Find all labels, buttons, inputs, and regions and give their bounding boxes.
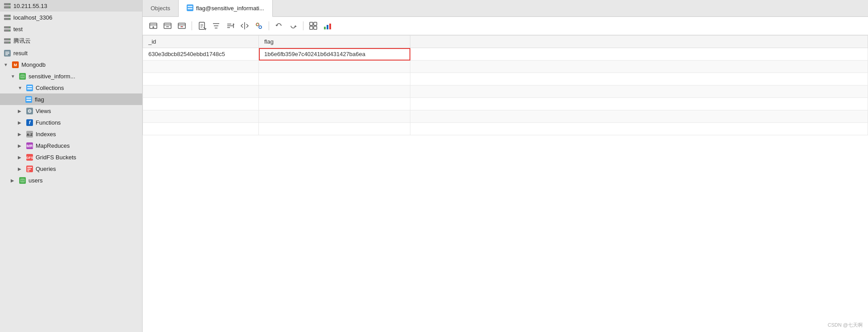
cell-empty-fill <box>143 98 259 110</box>
chevron-icon: ▶ <box>11 178 16 183</box>
svg-rect-31 <box>26 97 31 99</box>
toolbar-separator-separator-2 <box>269 21 269 30</box>
svg-point-14 <box>9 39 10 40</box>
cell-empty-fill <box>410 61 868 73</box>
svg-point-10 <box>9 27 10 28</box>
toolbar-btn-grid-btn[interactable] <box>307 20 319 32</box>
svg-point-82 <box>259 26 262 28</box>
toolbar-btn-chart-btn[interactable] <box>321 20 334 32</box>
svg-rect-84 <box>310 22 313 25</box>
toolbar-btn-add-record[interactable] <box>147 20 160 32</box>
sidebar-item-server-2[interactable]: localhost_3306 <box>0 12 142 23</box>
svg-rect-63 <box>178 23 185 28</box>
cell-empty-fill <box>410 85 868 98</box>
sidebar-item-label: users <box>29 177 43 184</box>
svg-rect-28 <box>27 86 32 87</box>
toolbar-btn-connect-btn[interactable] <box>253 20 265 32</box>
toolbar-btn-sort-btn[interactable] <box>224 20 237 32</box>
svg-point-49 <box>20 178 25 180</box>
svg-rect-86 <box>310 26 313 29</box>
svg-rect-53 <box>187 4 193 11</box>
sidebar-item-users[interactable]: ▶ users <box>0 174 142 186</box>
svg-text:A-Z: A-Z <box>26 133 32 137</box>
sidebar-item-label: localhost_3306 <box>13 14 52 21</box>
chevron-icon: ▶ <box>18 166 23 171</box>
server-icon <box>4 14 11 21</box>
cell-empty-fill <box>259 73 410 85</box>
toolbar-btn-refresh-btn[interactable] <box>273 20 285 32</box>
svg-rect-88 <box>324 27 326 29</box>
svg-text:M: M <box>13 63 17 67</box>
server-icon <box>4 37 11 45</box>
sidebar-item-mapreduces[interactable]: ▶ MR MapReduces <box>0 140 142 151</box>
cell-empty-fill <box>410 98 868 110</box>
cell-empty-fill <box>143 85 259 98</box>
svg-point-7 <box>9 19 10 20</box>
sidebar-item-label: result <box>13 50 28 57</box>
sidebar-item-sensitive[interactable]: ▼ sensitive_inform... <box>0 70 142 82</box>
sidebar-item-server-4[interactable]: 腾讯云 <box>0 35 142 47</box>
sidebar-item-server-5[interactable]: result <box>0 47 142 59</box>
mongodb-icon: M <box>12 61 19 68</box>
tab-objects[interactable]: Objects <box>143 0 179 16</box>
sidebar-item-gridfs[interactable]: ▶ GFS GridFS Buckets <box>0 151 142 163</box>
queries-icon <box>26 165 33 172</box>
svg-rect-30 <box>25 96 32 103</box>
toolbar: ▼ <box>143 17 868 35</box>
mapreduces-icon: MR <box>26 142 33 149</box>
sidebar-item-views[interactable]: ▶ Views <box>0 105 142 117</box>
views-icon <box>26 107 33 114</box>
db-icon <box>19 177 26 184</box>
sidebar-item-functions[interactable]: ▶ f Functions <box>0 117 142 128</box>
sidebar-item-label: Collections <box>36 85 64 91</box>
collection-icon <box>25 96 32 103</box>
toolbar-btn-filter-btn[interactable] <box>210 20 222 32</box>
tab-flag[interactable]: flag@sensitive_informati... <box>179 0 273 17</box>
svg-point-23 <box>20 74 25 76</box>
cell-empty-fill <box>143 110 259 123</box>
sidebar-item-label: Queries <box>36 166 56 172</box>
chevron-icon: ▶ <box>18 109 23 113</box>
sidebar-item-label: Indexes <box>36 131 56 138</box>
cell-empty-fill <box>410 73 868 85</box>
cell-empty-fill <box>143 61 259 73</box>
chevron-icon: ▶ <box>18 132 23 137</box>
sidebar-item-flag[interactable]: flag <box>0 93 142 105</box>
toolbar-btn-edit-record[interactable] <box>161 20 174 32</box>
sidebar-item-server-1[interactable]: 10.211.55.13 <box>0 0 142 12</box>
cell-empty-fill <box>143 73 259 85</box>
svg-rect-27 <box>26 85 33 91</box>
col-header-flag: flag <box>259 36 410 48</box>
toolbar-separator-separator-3 <box>303 21 303 30</box>
cell-empty <box>410 48 868 61</box>
svg-point-2 <box>9 4 10 5</box>
svg-text:MR: MR <box>26 144 33 148</box>
cell-flag[interactable]: 1b6e6fb359e7c40241b6d431427ba6ea <box>259 48 410 61</box>
sidebar-item-queries[interactable]: ▶ Queries <box>0 163 142 174</box>
toolbar-separator-separator-1 <box>192 21 192 30</box>
table-header-row: _idflag <box>143 36 868 48</box>
sidebar-item-indexes[interactable]: ▶ A-Z Indexes <box>0 128 142 140</box>
table-row: 630e3dbcb82540ebbd1748c51b6e6fb359e7c402… <box>143 48 868 61</box>
svg-rect-32 <box>26 100 31 101</box>
sidebar-item-server-3[interactable]: test <box>0 23 142 35</box>
toolbar-btn-refresh2-btn[interactable] <box>287 20 299 32</box>
sidebar-item-label: Functions <box>36 119 61 126</box>
svg-point-52 <box>20 181 25 182</box>
toolbar-btn-delete-record[interactable] <box>176 20 188 32</box>
svg-line-83 <box>259 26 259 26</box>
toolbar-btn-doc-btn[interactable]: ▼ <box>196 20 208 32</box>
cell-empty-fill <box>410 123 868 135</box>
toolbar-btn-split-btn[interactable] <box>238 20 251 32</box>
sidebar-item-mongodb[interactable]: ▼ M Mongodb <box>0 59 142 70</box>
indexes-icon: A-Z <box>26 130 33 138</box>
sidebar-item-label: Mongodb <box>21 61 45 68</box>
svg-rect-54 <box>188 6 192 7</box>
cell-id[interactable]: 630e3dbcb82540ebbd1748c5 <box>143 48 259 61</box>
svg-point-26 <box>20 77 25 78</box>
watermark: CSDN @七天啊 <box>828 322 863 328</box>
tab-label: flag@sensitive_informati... <box>196 5 264 12</box>
sidebar-item-label: 10.211.55.13 <box>13 3 47 9</box>
table-row-empty <box>143 123 868 135</box>
sidebar-item-collections[interactable]: ▼ Collections <box>0 82 142 93</box>
